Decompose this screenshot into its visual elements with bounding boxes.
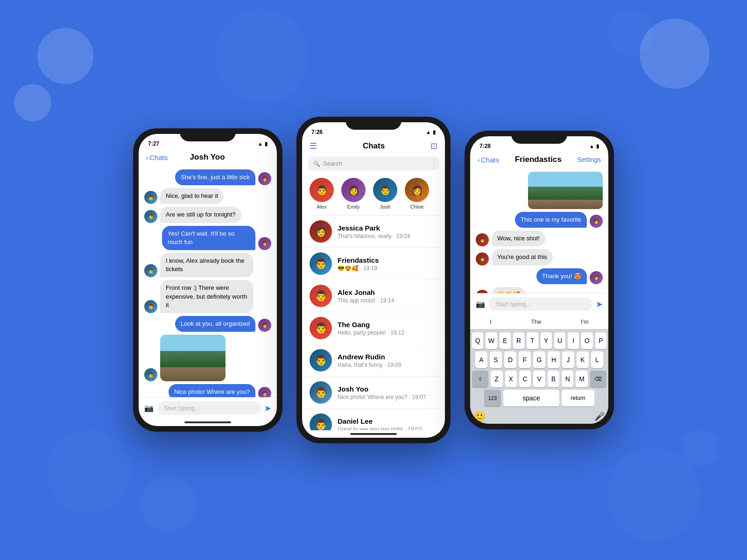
key-return[interactable]: return <box>562 390 594 406</box>
key-r[interactable]: R <box>513 332 524 349</box>
key-x[interactable]: X <box>505 371 517 387</box>
msg-row: Nice photo! Where are you? 👩 <box>144 384 271 397</box>
key-shift[interactable]: ⇧ <box>472 371 488 387</box>
key-c[interactable]: C <box>519 371 531 387</box>
bubble-received: You're good at this <box>492 249 553 265</box>
chat-avatar-jessica: 👩 <box>310 220 332 243</box>
emoji-bubble: 😎😍🥰 <box>492 287 525 293</box>
suggestion-3[interactable]: I'm <box>581 318 589 325</box>
avatar-small: 👩 <box>590 215 603 228</box>
key-f[interactable]: F <box>519 351 531 368</box>
camera-icon-right[interactable]: 📷 <box>476 300 485 308</box>
phones-container: 7:27 ▲ ▮ ‹ Chats Josh Yoo <box>133 117 614 443</box>
story-item-josh[interactable]: 👨 Josh <box>373 178 397 210</box>
key-m[interactable]: M <box>576 371 587 387</box>
bubble-received: Are we still up for tonight? <box>160 207 241 223</box>
wifi-icon-right: ▲ <box>589 143 594 149</box>
send-button-left[interactable]: ➤ <box>264 403 271 413</box>
key-d[interactable]: D <box>504 351 516 368</box>
back-label-right: Chats <box>481 156 499 164</box>
chat-info-andrew: Andrew Rudin Haha, that's funny · 19:09 <box>338 353 437 368</box>
key-i[interactable]: I <box>568 332 579 349</box>
keyboard: I The I'm Q W E R T Y U I <box>470 315 608 424</box>
chat-list-item-alexj[interactable]: 👨 Alex Jonah This app rocks! · 19:14 <box>302 280 445 312</box>
key-t[interactable]: T <box>527 332 538 349</box>
key-123[interactable]: 123 <box>484 390 501 406</box>
chat-preview-joshyoo: Nice photo! Where are you? · 19:07 <box>338 394 437 400</box>
bubble-received: Nice, glad to hear it <box>160 188 224 204</box>
keyboard-rows: Q W E R T Y U I O P A <box>470 329 608 411</box>
status-icons-right: ▲ ▮ <box>589 143 599 149</box>
key-p[interactable]: P <box>595 332 606 349</box>
suggestion-1[interactable]: I <box>490 318 492 325</box>
mic-icon[interactable]: 🎤 <box>594 411 605 421</box>
chat-info-joshyoo: Josh Yoo Nice photo! Where are you? · 19… <box>338 385 437 400</box>
avatar-small: 👩 <box>258 387 271 397</box>
key-j[interactable]: J <box>562 351 574 368</box>
story-item-chloe[interactable]: 👩 Chloe <box>405 178 429 210</box>
key-l[interactable]: L <box>591 351 603 368</box>
compose-icon[interactable]: ⊡ <box>430 141 437 151</box>
chat-list-item-andrew[interactable]: 👨 Andrew Rudin Haha, that's funny · 19:0… <box>302 344 445 377</box>
key-u[interactable]: U <box>554 332 565 349</box>
avatar-small: 👩 <box>590 271 603 284</box>
chat-list-item-gang[interactable]: 👨 The Gang Hello, party people! · 19:12 <box>302 312 445 344</box>
chat-list-item-friendastics[interactable]: 👨 Friendastics 😎😍🥰 · 19:19 <box>302 248 445 280</box>
menu-icon[interactable]: ☰ <box>310 141 317 151</box>
key-backspace[interactable]: ⌫ <box>590 371 606 387</box>
chat-avatar-gang: 👨 <box>310 317 332 339</box>
back-button-left[interactable]: ‹ Chats <box>146 154 168 161</box>
camera-icon-left[interactable]: 📷 <box>144 404 154 413</box>
key-s[interactable]: S <box>490 351 502 368</box>
nav-bar-right: ‹ Chats Friendastics Settings <box>470 153 608 168</box>
key-n[interactable]: N <box>562 371 573 387</box>
message-input-left[interactable]: Start typing... <box>157 401 261 415</box>
key-a[interactable]: A <box>475 351 487 368</box>
key-h[interactable]: H <box>548 351 560 368</box>
avatar-small: 👨 <box>144 368 157 381</box>
key-o[interactable]: O <box>581 332 592 349</box>
emoji-key[interactable]: 🙂 <box>474 411 486 422</box>
search-bar[interactable]: 🔍 Search <box>308 157 439 170</box>
chat-preview-jessica: That's hilarious, really · 19:24 <box>338 233 437 239</box>
suggestion-2[interactable]: The <box>531 318 541 325</box>
chat-list-item-joshyoo[interactable]: 👨 Josh Yoo Nice photo! Where are you? · … <box>302 377 445 409</box>
key-v[interactable]: V <box>533 371 545 387</box>
time-center: 7:26 <box>311 129 323 135</box>
wifi-icon-left: ▲ <box>258 141 263 147</box>
settings-button-right[interactable]: Settings <box>577 156 601 163</box>
story-item-alex[interactable]: 👨 Alex <box>310 178 334 210</box>
key-e[interactable]: E <box>500 332 511 349</box>
key-space[interactable]: space <box>503 390 559 406</box>
key-b[interactable]: B <box>548 371 559 387</box>
key-q[interactable]: Q <box>472 332 483 349</box>
notch-left <box>180 128 236 141</box>
chat-list-item-daniel[interactable]: 👨 Daniel Lee Great to see you last night… <box>302 409 445 430</box>
chat-name-daniel: Daniel Lee <box>338 417 437 425</box>
key-k[interactable]: K <box>577 351 589 368</box>
send-button-right[interactable]: ➤ <box>596 299 603 309</box>
key-w[interactable]: W <box>486 332 497 349</box>
chat-avatar-daniel: 👨 <box>310 413 332 430</box>
key-y[interactable]: Y <box>541 332 552 349</box>
chat-name-gang: The Gang <box>338 321 437 329</box>
chat-name-joshyoo: Josh Yoo <box>338 385 437 393</box>
back-button-right[interactable]: ‹ Chats <box>478 156 499 164</box>
chat-info-jessica: Jessica Park That's hilarious, really · … <box>338 224 437 239</box>
avatar-small: 👨 <box>144 300 157 313</box>
avatar-small: 👩 <box>476 252 489 266</box>
story-item-emily[interactable]: 👩 Emily <box>341 178 366 210</box>
bubble-received: Front row :) There were expensive, but d… <box>160 280 254 313</box>
msg-row: 👨 <box>144 335 271 381</box>
chevron-left-icon: ‹ <box>146 154 148 161</box>
battery-icon-center: ▮ <box>433 129 436 135</box>
chat-list-item-jessica[interactable]: 👩 Jessica Park That's hilarious, really … <box>302 216 445 248</box>
home-indicator-center <box>350 433 397 435</box>
message-input-right[interactable]: Start typing... <box>489 297 592 311</box>
key-z[interactable]: Z <box>491 371 502 387</box>
key-g[interactable]: G <box>533 351 545 368</box>
msg-row <box>476 172 603 209</box>
chat-avatar-andrew: 👨 <box>310 349 332 371</box>
chat-avatar-alexj: 👨 <box>310 285 332 307</box>
chat-preview-andrew: Haha, that's funny · 19:09 <box>338 362 437 368</box>
